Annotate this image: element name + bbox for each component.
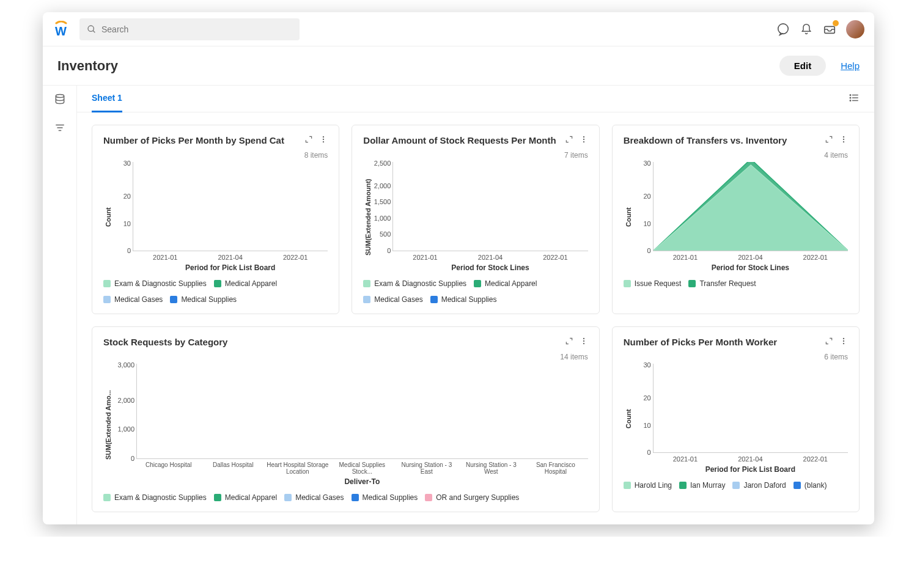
card-item-count: 6 items	[624, 353, 848, 361]
svg-point-5	[56, 95, 64, 98]
card-title: Number of Picks Per Month by Spend Cat	[103, 135, 304, 145]
svg-point-28	[843, 340, 844, 342]
list-view-icon[interactable]	[849, 92, 860, 106]
avatar[interactable]	[846, 20, 864, 39]
legend-item[interactable]: (blank)	[794, 481, 827, 490]
card-stock-cat: Stock Requests by Category 14 items SUM(…	[92, 326, 600, 512]
filter-icon[interactable]	[54, 122, 65, 136]
more-icon[interactable]	[839, 135, 848, 146]
x-axis-label: Deliver-To	[136, 477, 588, 486]
legend-item[interactable]: Medical Supplies	[352, 493, 418, 502]
svg-line-2	[93, 31, 95, 32]
legend-item[interactable]: Medical Supplies	[170, 295, 237, 304]
svg-text:W: W	[55, 24, 67, 38]
search-input[interactable]	[101, 24, 292, 34]
legend-item[interactable]: Medical Supplies	[430, 295, 497, 304]
legend: Exam & Diagnostic SuppliesMedical Appare…	[103, 493, 588, 502]
card-title: Dollar Amount of Stock Requests Per Mont…	[363, 135, 564, 145]
legend-item[interactable]: Harold Ling	[624, 481, 672, 490]
inbox-badge	[833, 20, 839, 26]
x-axis-label: Period for Pick List Board	[653, 465, 848, 474]
legend: Exam & Diagnostic SuppliesMedical Appare…	[103, 279, 328, 304]
legend-item[interactable]: Medical Gases	[103, 295, 163, 304]
card-title: Stock Requests by Category	[103, 337, 565, 347]
svg-point-21	[843, 136, 844, 138]
bell-icon[interactable]	[800, 23, 813, 36]
svg-point-24	[583, 338, 584, 339]
svg-point-14	[850, 100, 851, 101]
legend-item[interactable]: Medical Apparel	[214, 279, 277, 288]
x-axis-label: Period for Pick List Board	[133, 263, 328, 272]
svg-point-12	[850, 94, 851, 95]
card-item-count: 8 items	[103, 151, 328, 160]
more-icon[interactable]	[839, 337, 848, 348]
more-icon[interactable]	[580, 337, 588, 348]
left-rail	[43, 86, 77, 524]
card-transfers: Breakdown of Transfers vs. Inventory 4 i…	[612, 125, 860, 314]
legend-item[interactable]: Transfer Request	[688, 279, 756, 288]
card-item-count: 4 items	[624, 151, 848, 160]
expand-icon[interactable]	[565, 135, 573, 146]
chart-picks-spend: Count 30201002021-012021-042022-01Period…	[103, 162, 328, 272]
expand-icon[interactable]	[825, 337, 833, 348]
topbar: W	[43, 12, 874, 46]
svg-point-17	[323, 141, 324, 142]
chart-picks-worker: Count 30201002021-012021-042022-01Period…	[624, 364, 848, 474]
svg-point-20	[583, 141, 584, 142]
edit-button[interactable]: Edit	[779, 56, 826, 76]
legend-item[interactable]: Medical Apparel	[214, 493, 277, 502]
legend-item[interactable]: Medical Gases	[363, 295, 422, 304]
expand-icon[interactable]	[565, 337, 573, 348]
data-source-icon[interactable]	[54, 93, 66, 108]
legend: Harold LingIan MurrayJaron Daford(blank)	[624, 481, 848, 490]
legend-item[interactable]: Medical Apparel	[474, 279, 537, 288]
svg-point-15	[323, 136, 324, 138]
card-dollar-stock: Dollar Amount of Stock Requests Per Mont…	[352, 125, 599, 314]
chart-stock-cat: SUM(Extended Amo... 3,0002,0001,0000Chic…	[103, 364, 588, 486]
main-content: Sheet 1 Number of Picks Per Month by Spe…	[77, 86, 874, 524]
svg-point-23	[843, 141, 844, 142]
tab-sheet1[interactable]: Sheet 1	[92, 86, 122, 112]
legend-item[interactable]: Medical Gases	[284, 493, 344, 502]
x-axis-label: Period for Stock Lines	[392, 263, 587, 272]
more-icon[interactable]	[580, 135, 588, 146]
chat-icon[interactable]	[776, 23, 790, 36]
legend: Issue RequestTransfer Request	[624, 279, 848, 288]
inbox-icon[interactable]	[823, 23, 836, 36]
card-title: Breakdown of Transfers vs. Inventory	[624, 135, 825, 145]
workday-logo[interactable]: W	[53, 21, 70, 38]
legend-item[interactable]: Jaron Daford	[732, 481, 786, 490]
svg-point-26	[583, 343, 584, 344]
svg-rect-4	[825, 26, 835, 33]
legend-item[interactable]: Issue Request	[624, 279, 682, 288]
title-bar: Inventory Edit Help	[43, 46, 874, 86]
card-picks-worker: Number of Picks Per Month Worker 6 items…	[612, 326, 860, 512]
search-box[interactable]	[79, 18, 300, 40]
help-link[interactable]: Help	[841, 61, 860, 71]
dashboard-grid: Number of Picks Per Month by Spend Cat 8…	[77, 112, 874, 524]
legend-item[interactable]: Exam & Diagnostic Supplies	[363, 279, 466, 288]
card-item-count: 7 items	[363, 151, 587, 160]
chart-dollar-stock: SUM(Extended Amount) 2,5002,0001,5001,00…	[363, 162, 587, 272]
svg-point-3	[778, 23, 789, 34]
search-icon	[87, 24, 97, 34]
chart-transfers: Count 30201002021-012021-042022-01Period…	[624, 162, 848, 272]
svg-point-27	[843, 338, 844, 339]
svg-point-1	[88, 26, 94, 31]
legend-item[interactable]: Exam & Diagnostic Supplies	[103, 493, 207, 502]
legend: Exam & Diagnostic SuppliesMedical Appare…	[363, 279, 587, 304]
expand-icon[interactable]	[825, 135, 833, 146]
svg-point-16	[323, 139, 324, 140]
expand-icon[interactable]	[304, 135, 313, 146]
more-icon[interactable]	[319, 135, 328, 146]
x-axis-label: Period for Stock Lines	[653, 263, 848, 272]
svg-point-25	[583, 340, 584, 342]
legend-item[interactable]: Exam & Diagnostic Supplies	[103, 279, 207, 288]
card-title: Number of Picks Per Month Worker	[624, 337, 825, 347]
legend-item[interactable]: OR and Surgery Supplies	[425, 493, 519, 502]
svg-point-13	[850, 97, 851, 98]
card-picks-spend: Number of Picks Per Month by Spend Cat 8…	[92, 125, 339, 314]
legend-item[interactable]: Ian Murray	[679, 481, 725, 490]
svg-point-18	[583, 136, 584, 138]
tab-row: Sheet 1	[77, 86, 874, 112]
